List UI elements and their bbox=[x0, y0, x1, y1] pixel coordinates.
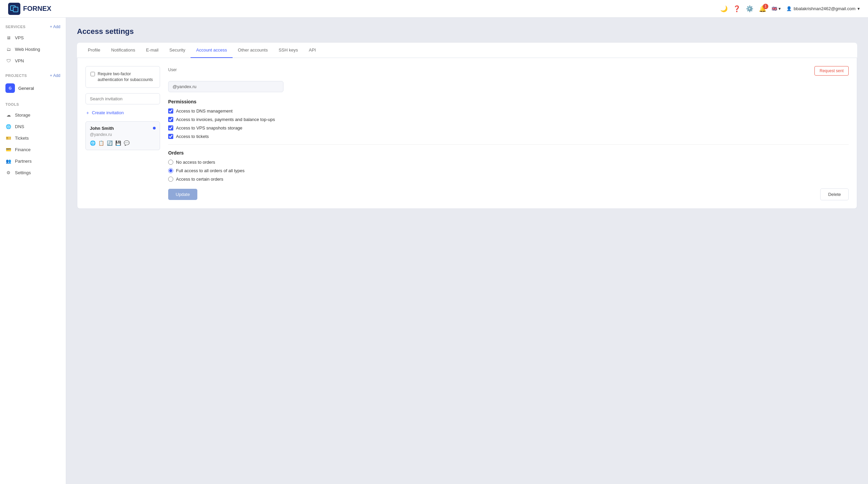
tools-label: TOOLS bbox=[5, 102, 19, 106]
perm-tickets-checkbox[interactable] bbox=[168, 134, 173, 139]
add-project-button[interactable]: + Add bbox=[50, 73, 60, 78]
perm-dns-label: Access to DNS management bbox=[176, 108, 233, 114]
lang-arrow: ▾ bbox=[778, 6, 781, 11]
order-certain-access-radio[interactable] bbox=[168, 177, 173, 182]
update-button[interactable]: Update bbox=[168, 189, 197, 200]
request-sent-button[interactable]: Request sent bbox=[814, 66, 849, 76]
projects-label: PROJECTS bbox=[5, 74, 27, 78]
delete-button[interactable]: Delete bbox=[820, 188, 849, 200]
order-certain-access[interactable]: Access to certain orders bbox=[168, 177, 849, 182]
sidebar-item-vps-label: VPS bbox=[15, 35, 24, 40]
user-status-dot bbox=[153, 127, 156, 129]
user-card-header: John Smith bbox=[90, 126, 156, 131]
user-email-input[interactable] bbox=[168, 81, 283, 92]
create-invitation-label: Create invitation bbox=[92, 110, 124, 115]
create-invitation-button[interactable]: ＋ Create invitation bbox=[85, 108, 124, 117]
tabs: Profile Notifications E-mail Security Ac… bbox=[77, 43, 857, 58]
language-selector[interactable]: 🇬🇧 ▾ bbox=[772, 6, 781, 11]
settings-nav-icon: ⚙ bbox=[5, 169, 12, 176]
tab-api[interactable]: API bbox=[303, 43, 321, 58]
perm-tickets[interactable]: Access to tickets bbox=[168, 134, 849, 139]
sidebar-item-finance-label: Finance bbox=[15, 147, 31, 152]
left-panel: Require two-factor authentication for su… bbox=[85, 66, 160, 200]
order-no-access-radio[interactable] bbox=[168, 160, 173, 165]
perm-tickets-label: Access to tickets bbox=[176, 134, 209, 139]
sidebar-item-general[interactable]: G General bbox=[0, 81, 66, 96]
sidebar-item-partners-label: Partners bbox=[15, 159, 32, 164]
two-factor-checkbox[interactable] bbox=[91, 72, 95, 76]
user-drive-icon: 💾 bbox=[115, 140, 121, 146]
tab-account-access[interactable]: Account access bbox=[191, 43, 232, 58]
topnav-right: 🌙 ❓ ⚙️ 🔔 1 🇬🇧 ▾ 👤 bbalakrishnan2462@gmai… bbox=[720, 5, 860, 13]
page-title: Access settings bbox=[77, 27, 857, 36]
two-factor-checkbox-row: Require two-factor authentication for su… bbox=[85, 66, 160, 88]
sidebar-item-settings-label: Settings bbox=[15, 170, 31, 175]
tools-section: TOOLS ☁ Storage 🌐 DNS 🎫 Tickets 💳 Financ… bbox=[0, 102, 66, 178]
sidebar-item-vpn-label: VPN bbox=[15, 58, 24, 63]
perm-vps-checkbox[interactable] bbox=[168, 125, 173, 130]
order-full-access-radio[interactable] bbox=[168, 168, 173, 173]
notification-badge: 1 bbox=[763, 4, 768, 9]
user-card-icons: 🌐 📋 🔄 💾 💬 bbox=[90, 140, 156, 146]
sidebar-item-vpn[interactable]: 🛡 VPN bbox=[0, 55, 66, 66]
settings-icon-btn[interactable]: ⚙️ bbox=[746, 5, 753, 13]
tab-ssh-keys[interactable]: SSH keys bbox=[273, 43, 303, 58]
user-globe-icon: 🌐 bbox=[90, 140, 96, 146]
perm-invoices-label: Access to invoices, payments and balance… bbox=[176, 117, 275, 122]
tab-notifications[interactable]: Notifications bbox=[106, 43, 141, 58]
help-icon-btn[interactable]: ❓ bbox=[733, 5, 741, 13]
sidebar-item-tickets[interactable]: 🎫 Tickets bbox=[0, 132, 66, 144]
tools-header: TOOLS bbox=[0, 102, 66, 109]
actions-row: Update Delete bbox=[168, 188, 849, 200]
notifications-btn[interactable]: 🔔 1 bbox=[759, 5, 766, 13]
order-no-access[interactable]: No access to orders bbox=[168, 160, 849, 165]
logo-text: FORNEX bbox=[23, 5, 51, 13]
user-menu-arrow: ▾ bbox=[857, 6, 860, 11]
user-menu[interactable]: 👤 bbalakrishnan2462@gmail.com ▾ bbox=[786, 6, 860, 11]
right-panel: User Request sent Permissions Access to … bbox=[168, 66, 849, 200]
ticket-icon: 🎫 bbox=[5, 135, 12, 141]
sidebar-item-dns-label: DNS bbox=[15, 124, 24, 129]
perm-invoices-checkbox[interactable] bbox=[168, 117, 173, 122]
user-card[interactable]: John Smith @yandex.ru 🌐 📋 🔄 💾 💬 bbox=[85, 121, 160, 150]
sidebar-item-tickets-label: Tickets bbox=[15, 136, 29, 141]
permissions-list: Access to DNS management Access to invoi… bbox=[168, 108, 849, 139]
logo[interactable]: FORNEX bbox=[8, 3, 51, 15]
sidebar-item-storage[interactable]: ☁ Storage bbox=[0, 109, 66, 121]
user-card-email: @yandex.ru bbox=[90, 132, 156, 137]
orders-list: No access to orders Full access to all o… bbox=[168, 160, 849, 182]
sidebar-item-settings[interactable]: ⚙ Settings bbox=[0, 167, 66, 178]
content-area: Require two-factor authentication for su… bbox=[77, 58, 857, 209]
sidebar-item-partners[interactable]: 👥 Partners bbox=[0, 155, 66, 167]
sidebar-item-webhosting[interactable]: 🗂 Web Hosting bbox=[0, 43, 66, 55]
order-full-access-label: Full access to all orders of all types bbox=[176, 168, 244, 173]
add-service-button[interactable]: + Add bbox=[50, 24, 60, 29]
perm-vps-label: Access to VPS snapshots storage bbox=[176, 125, 242, 130]
perm-invoices[interactable]: Access to invoices, payments and balance… bbox=[168, 117, 849, 122]
sidebar-item-webhosting-label: Web Hosting bbox=[15, 47, 40, 52]
user-icon: 👤 bbox=[786, 6, 792, 11]
sidebar-item-vps[interactable]: 🖥 VPS bbox=[0, 32, 66, 43]
sidebar-item-dns[interactable]: 🌐 DNS bbox=[0, 121, 66, 132]
hosting-icon: 🗂 bbox=[5, 46, 12, 52]
permissions-title: Permissions bbox=[168, 99, 849, 104]
tab-other-accounts[interactable]: Other accounts bbox=[233, 43, 273, 58]
perm-dns-checkbox[interactable] bbox=[168, 108, 173, 114]
sidebar: SERVICES + Add 🖥 VPS 🗂 Web Hosting 🛡 VPN… bbox=[0, 18, 66, 484]
two-factor-label: Require two-factor authentication for su… bbox=[98, 71, 155, 83]
order-certain-access-label: Access to certain orders bbox=[176, 177, 223, 182]
perm-dns[interactable]: Access to DNS management bbox=[168, 108, 849, 114]
tab-security[interactable]: Security bbox=[164, 43, 191, 58]
order-no-access-label: No access to orders bbox=[176, 160, 215, 165]
search-invitation-input[interactable] bbox=[85, 93, 160, 104]
sidebar-item-finance[interactable]: 💳 Finance bbox=[0, 144, 66, 155]
order-full-access[interactable]: Full access to all orders of all types bbox=[168, 168, 849, 173]
perm-vps[interactable]: Access to VPS snapshots storage bbox=[168, 125, 849, 130]
right-panel-header: User Request sent bbox=[168, 66, 849, 76]
user-chat-icon: 💬 bbox=[124, 140, 130, 146]
moon-icon-btn[interactable]: 🌙 bbox=[720, 5, 728, 13]
layout: SERVICES + Add 🖥 VPS 🗂 Web Hosting 🛡 VPN… bbox=[0, 18, 868, 484]
tab-profile[interactable]: Profile bbox=[82, 43, 106, 58]
svg-rect-2 bbox=[13, 7, 18, 12]
tab-email[interactable]: E-mail bbox=[141, 43, 164, 58]
